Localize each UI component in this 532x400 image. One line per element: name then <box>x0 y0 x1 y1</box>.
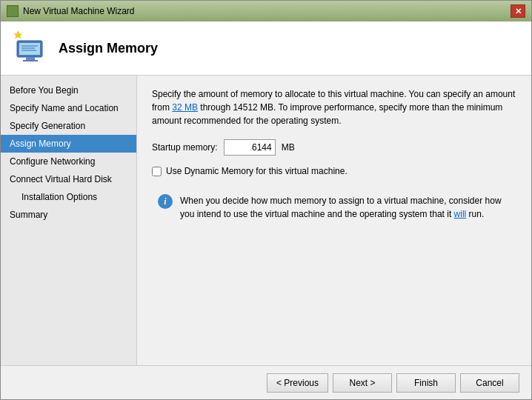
dynamic-memory-label[interactable]: Use Dynamic Memory for this virtual mach… <box>166 166 348 176</box>
wizard-header-title: Assign Memory <box>59 41 158 56</box>
info-will-link[interactable]: will <box>454 209 467 219</box>
svg-marker-0 <box>13 30 23 39</box>
description-text: Specify the amount of memory to allocate… <box>152 87 516 127</box>
next-button[interactable]: Next > <box>333 373 392 393</box>
mb-label: MB <box>282 142 295 153</box>
sidebar-item-assign-memory[interactable]: Assign Memory <box>1 135 136 153</box>
info-icon: i <box>158 194 173 209</box>
startup-memory-row: Startup memory: MB <box>152 139 516 156</box>
info-box: i When you decide how much memory to ass… <box>152 188 516 227</box>
cancel-button[interactable]: Cancel <box>460 373 519 393</box>
sidebar-item-configure-networking[interactable]: Configure Networking <box>1 153 136 170</box>
window-title: New Virtual Machine Wizard <box>23 6 135 16</box>
sidebar-item-installation-options[interactable]: Installation Options <box>1 188 136 206</box>
startup-memory-label: Startup memory: <box>152 142 218 153</box>
previous-button[interactable]: < Previous <box>267 373 328 393</box>
svg-rect-3 <box>26 57 35 60</box>
title-bar-left: New Virtual Machine Wizard <box>7 5 135 17</box>
wizard-window: New Virtual Machine Wizard ✕ Assign Mem <box>0 0 532 400</box>
close-button[interactable]: ✕ <box>511 4 525 18</box>
window-icon <box>7 5 19 17</box>
title-bar: New Virtual Machine Wizard ✕ <box>1 1 531 21</box>
wizard-header-icon <box>13 30 48 66</box>
wizard-header: Assign Memory <box>1 21 531 76</box>
wizard-main: Before You Begin Specify Name and Locati… <box>1 76 531 365</box>
sidebar-item-before-you-begin[interactable]: Before You Begin <box>1 81 136 99</box>
finish-button[interactable]: Finish <box>396 373 456 393</box>
sidebar: Before You Begin Specify Name and Locati… <box>1 76 137 365</box>
sidebar-item-specify-generation[interactable]: Specify Generation <box>1 117 136 135</box>
sidebar-item-summary[interactable]: Summary <box>1 206 136 224</box>
svg-rect-2 <box>19 43 40 55</box>
info-text: When you decide how much memory to assig… <box>180 194 511 221</box>
dynamic-memory-checkbox[interactable] <box>152 167 162 176</box>
startup-memory-input[interactable] <box>224 139 276 156</box>
sidebar-item-specify-name[interactable]: Specify Name and Location <box>1 99 136 117</box>
wizard-footer: < Previous Next > Finish Cancel <box>1 365 531 399</box>
sidebar-item-connect-vhd[interactable]: Connect Virtual Hard Disk <box>1 170 136 188</box>
dynamic-memory-row: Use Dynamic Memory for this virtual mach… <box>152 166 516 176</box>
right-panel: Specify the amount of memory to allocate… <box>137 76 531 365</box>
min-memory-link[interactable]: 32 MB <box>172 102 198 113</box>
svg-rect-4 <box>23 60 38 61</box>
